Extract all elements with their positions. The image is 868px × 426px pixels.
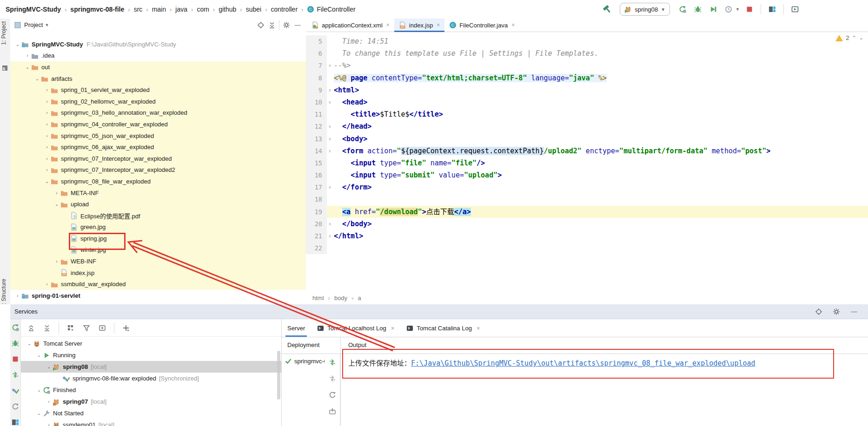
chevron-down-icon[interactable]: ⌄: [35, 353, 43, 358]
breadcrumb-item[interactable]: com: [197, 6, 209, 13]
locate-file-button[interactable]: [255, 20, 266, 31]
project-tree-item[interactable]: winter.jpg: [10, 244, 306, 256]
close-icon[interactable]: ×: [386, 22, 390, 28]
project-tree-item[interactable]: JSPindex.jsp: [10, 267, 306, 279]
fold-marker-icon[interactable]: ∧: [327, 59, 333, 72]
update-app-button[interactable]: [11, 387, 20, 394]
collapse-all-button[interactable]: [266, 20, 278, 31]
deploy-button[interactable]: [328, 358, 337, 367]
code-line[interactable]: 20∧ </body>: [306, 218, 868, 230]
chevron-right-icon[interactable]: ›: [43, 99, 51, 104]
code-line[interactable]: 22: [306, 242, 868, 254]
code-line[interactable]: 10∨ <head>: [306, 96, 868, 108]
breadcrumb-item[interactable]: subei: [246, 6, 261, 13]
chevron-right-icon[interactable]: ›: [43, 282, 51, 287]
chevron-right-icon[interactable]: ›: [43, 156, 51, 161]
editor-breadcrumb-item[interactable]: body: [334, 295, 347, 301]
project-tree-item[interactable]: ›ssmbuild_war_exploded: [10, 278, 306, 290]
project-tree-item[interactable]: ›springmvc_06_ajax_war_exploded: [10, 141, 306, 153]
editor-tab-index-jsp[interactable]: JSPindex.jsp×: [394, 19, 444, 32]
code-line[interactable]: 19 <a href="/download">点击下载</a>: [306, 206, 868, 218]
chevron-down-icon[interactable]: ⌄: [35, 387, 43, 393]
filter-button[interactable]: [81, 322, 92, 334]
breadcrumb-item[interactable]: main: [152, 6, 166, 13]
project-toolwindow-icon[interactable]: [2, 65, 8, 72]
chevron-right-icon[interactable]: ›: [43, 167, 51, 172]
services-tree-item[interactable]: ⌄Not Started: [21, 407, 281, 419]
project-panel-title[interactable]: Project: [24, 21, 43, 28]
project-tree-item[interactable]: ›springmvc_05_json_war_exploded: [10, 130, 306, 142]
toolwindow-project-button[interactable]: 1: Project: [0, 21, 7, 45]
project-tree-item[interactable]: ⌄upload: [10, 198, 306, 210]
refresh-button[interactable]: [11, 402, 20, 410]
services-tree-item[interactable]: ⌄spring08[local]: [21, 361, 281, 373]
project-tree-item[interactable]: ⌄springmvc_08_file_war_exploded: [10, 176, 306, 187]
fold-marker-icon[interactable]: ∧: [327, 181, 333, 193]
chevron-right-icon[interactable]: ›: [53, 259, 60, 264]
code-editor[interactable]: 5 Time: 14:516 To change this template u…: [306, 32, 868, 254]
breadcrumb-item[interactable]: src: [134, 6, 143, 13]
run-config-selector[interactable]: spring08▼: [620, 3, 670, 16]
project-tree-item[interactable]: ⌄artifacts: [10, 73, 306, 85]
chevron-right-icon[interactable]: ›: [53, 190, 60, 196]
project-tree-item[interactable]: spring.jpg: [10, 233, 306, 244]
project-tree-item[interactable]: ›springmvc_03_hello_annotation_war_explo…: [10, 107, 306, 119]
close-icon[interactable]: ×: [391, 325, 395, 332]
services-tree-item[interactable]: ⌄Running: [21, 349, 281, 361]
chevron-down-icon[interactable]: ⌄: [26, 341, 33, 346]
chevron-right-icon[interactable]: ›: [43, 87, 51, 92]
project-tree-item[interactable]: ⌄SpringMVC-StudyF:\Java\Github\SpringMVC…: [10, 39, 306, 50]
run-window-button[interactable]: [789, 4, 801, 15]
code-line[interactable]: 17∧ </form>: [306, 181, 868, 193]
dashboard-button[interactable]: [11, 418, 20, 426]
fold-marker-icon[interactable]: ∨: [327, 145, 333, 157]
toolwindow-structure-button[interactable]: 7: Structure: [0, 279, 7, 308]
collapse-all-button[interactable]: [41, 322, 53, 334]
expand-all-button[interactable]: [26, 322, 37, 334]
chevron-down-icon[interactable]: ⌄: [35, 411, 43, 416]
project-tree-item[interactable]: ›META-INF: [10, 187, 306, 199]
locate-button[interactable]: [813, 306, 824, 317]
close-icon[interactable]: ×: [511, 22, 515, 28]
services-tree-item[interactable]: ⌄Finished: [21, 384, 281, 396]
fold-marker-icon[interactable]: ∧: [327, 230, 333, 242]
fold-marker-icon[interactable]: ∨: [327, 96, 333, 108]
project-tree-item[interactable]: ›springmvc_04_controller_war_exploded: [10, 118, 306, 130]
chevron-down-icon[interactable]: ⌄: [53, 202, 60, 207]
project-tree-item[interactable]: ›spring-01-servlet: [10, 290, 306, 301]
undeploy-button[interactable]: [328, 374, 337, 383]
editor-breadcrumb-item[interactable]: a: [358, 295, 361, 301]
breadcrumb-item[interactable]: controller: [271, 6, 298, 13]
chevron-down-icon[interactable]: ⌄: [14, 42, 21, 47]
show-configurations-button[interactable]: [97, 322, 108, 334]
project-tree-item[interactable]: green.jpg: [10, 222, 306, 233]
breadcrumb-item[interactable]: java: [175, 6, 187, 13]
coverage-run-button[interactable]: [708, 4, 719, 15]
hide-panel-button[interactable]: —: [848, 306, 860, 317]
close-icon[interactable]: ×: [437, 22, 440, 28]
chevron-right-icon[interactable]: ›: [45, 399, 53, 404]
add-service-button[interactable]: [120, 322, 132, 334]
profiler-button[interactable]: [723, 4, 734, 15]
chevron-right-icon[interactable]: ›: [43, 133, 51, 138]
services-tree-item[interactable]: ›ssmdemo01[local]: [21, 419, 281, 426]
fold-marker-icon[interactable]: ∨: [327, 133, 333, 145]
chevron-right-icon[interactable]: ›: [43, 122, 51, 127]
scrollbar[interactable]: [277, 351, 280, 400]
deploy-button[interactable]: [11, 371, 20, 379]
code-line[interactable]: 5 Time: 14:51: [306, 35, 868, 47]
project-tree-item[interactable]: ›WEB-INF: [10, 256, 306, 267]
code-line[interactable]: 15 <input type="file" name="file"/>: [306, 157, 868, 169]
breadcrumb-item[interactable]: SpringMVC-Study: [6, 6, 61, 13]
project-tree-item[interactable]: ›springmvc_07_Interceptor_war_exploded2: [10, 164, 306, 176]
chevron-down-icon[interactable]: ⌄: [33, 76, 41, 81]
chevron-right-icon[interactable]: ›: [24, 53, 31, 58]
editor-tab-applicationcontext-xml[interactable]: applicationContext.xml×: [307, 19, 394, 32]
editor-tab-filecontroller-java[interactable]: CFileController.java×: [444, 19, 519, 32]
chevron-right-icon[interactable]: ›: [43, 144, 51, 150]
refresh-deployment-button[interactable]: [328, 391, 337, 399]
project-tree-item[interactable]: ?Eclipse的使用配置.pdf: [10, 210, 306, 222]
server-tab-tomcat-catalina-log[interactable]: Tomcat Catalina Log×: [406, 319, 480, 337]
server-tab-server[interactable]: Server: [287, 319, 305, 337]
code-line[interactable]: 21∧</html>: [306, 230, 868, 242]
